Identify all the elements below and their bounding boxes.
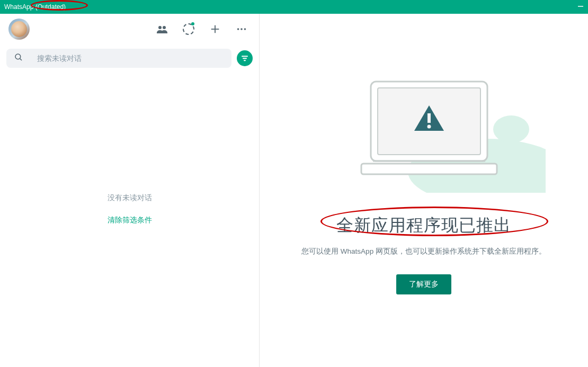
menu-icon[interactable] [235,22,248,36]
svg-point-7 [244,28,246,30]
svg-point-6 [240,28,243,30]
svg-point-5 [237,28,239,30]
hero-illustration [302,60,546,193]
svg-point-20 [427,124,431,128]
main-title: 全新应用程序现已推出 [336,214,511,237]
svg-rect-10 [242,56,248,57]
clear-filter-link[interactable]: 清除筛选条件 [108,216,152,225]
svg-rect-19 [427,113,431,123]
new-chat-icon[interactable] [208,22,222,36]
svg-point-2 [163,26,166,29]
titlebar: WhatsApp (Outdated) [0,0,588,14]
svg-rect-11 [243,58,247,59]
learn-more-button[interactable]: 了解更多 [396,274,451,294]
svg-point-8 [15,54,21,59]
communities-icon[interactable] [155,22,169,36]
svg-line-9 [20,59,22,60]
main-subtitle: 您可以使用 WhatsApp 网页版，也可以更新操作系统并下载全新应用程序。 [301,247,546,256]
svg-rect-17 [361,164,497,174]
sidebar-header [0,14,259,44]
window-title: WhatsApp (Outdated) [4,3,66,11]
avatar[interactable] [8,19,30,40]
svg-point-14 [493,115,529,143]
main-panel: 全新应用程序现已推出 您可以使用 WhatsApp 网页版，也可以更新操作系统并… [260,14,588,367]
sidebar: 没有未读对话 清除筛选条件 [0,14,260,367]
empty-message: 没有未读对话 [108,193,152,203]
minimize-button[interactable] [577,3,584,11]
chat-list-empty: 没有未读对话 清除筛选条件 [0,61,259,356]
svg-point-1 [158,26,162,29]
status-icon[interactable] [182,22,195,36]
